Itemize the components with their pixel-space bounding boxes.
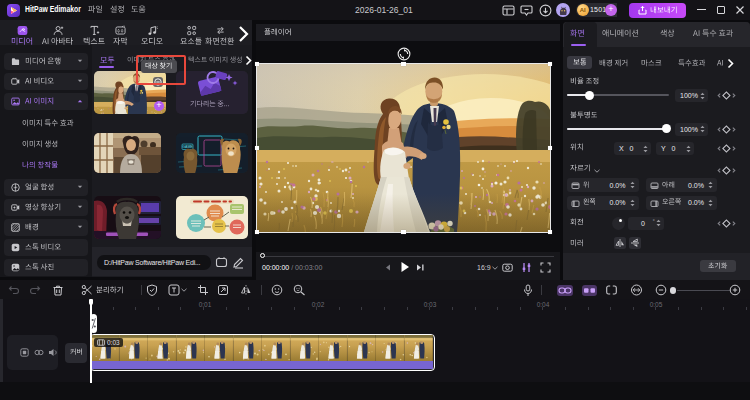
- svg-text:GAME: GAME: [182, 145, 193, 149]
